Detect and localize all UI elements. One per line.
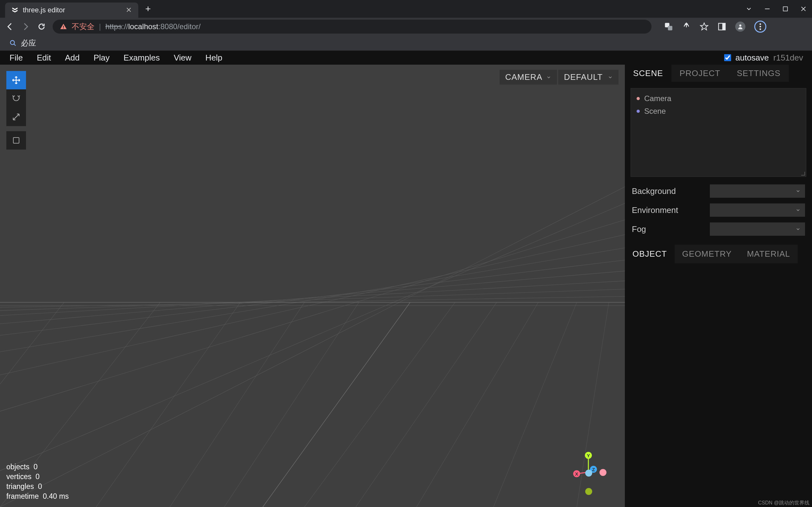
chevron-down-icon: [608, 75, 613, 80]
back-button[interactable]: [5, 22, 14, 32]
svg-rect-6: [722, 23, 725, 30]
transform-tools: [6, 71, 26, 150]
prop-row-fog: Fog: [632, 222, 805, 236]
svg-point-9: [760, 26, 761, 27]
subtab-geometry[interactable]: GEOMETRY: [675, 245, 740, 263]
version-label: r151dev: [773, 53, 803, 63]
axis-center[interactable]: [585, 469, 592, 476]
menu-examples[interactable]: Examples: [117, 53, 167, 63]
svg-point-7: [740, 24, 742, 26]
watermark: CSDN @跳动的世界线: [758, 500, 809, 506]
search-icon: [9, 40, 16, 47]
bookmarks-bar: 必应: [0, 36, 812, 51]
axis-x[interactable]: X: [573, 470, 580, 477]
menu-add[interactable]: Add: [58, 53, 87, 63]
browser-tab-bar: three.js editor +: [0, 0, 812, 18]
maximize-button[interactable]: [782, 6, 789, 12]
rotate-tool[interactable]: [6, 89, 26, 108]
local-space-toggle[interactable]: [6, 131, 26, 150]
chevron-down-icon: [796, 227, 801, 232]
svg-rect-0: [783, 7, 787, 11]
warning-icon: [60, 23, 67, 31]
bookmark-star-icon[interactable]: [700, 22, 709, 31]
reload-button[interactable]: [37, 22, 46, 32]
menu-view[interactable]: View: [167, 53, 199, 63]
tab-title: three.js editor: [23, 6, 122, 14]
dot-icon: [637, 110, 640, 113]
chevron-down-icon[interactable]: [745, 5, 752, 12]
translate-icon[interactable]: [664, 22, 673, 31]
dot-icon: [637, 97, 640, 100]
url-divider: |: [99, 22, 101, 31]
properties-sidebar: SCENE PROJECT SETTINGS Camera Scene Back…: [625, 65, 812, 507]
tab-settings[interactable]: SETTINGS: [728, 65, 789, 82]
chevron-down-icon: [546, 75, 551, 80]
axis-neg-y[interactable]: [585, 488, 592, 495]
translate-tool[interactable]: [6, 71, 26, 89]
new-tab-button[interactable]: +: [145, 3, 151, 14]
background-select[interactable]: [710, 184, 805, 198]
bookmark-item[interactable]: 必应: [21, 38, 36, 48]
minimize-button[interactable]: [764, 5, 771, 12]
axis-y[interactable]: Y: [585, 452, 592, 459]
menu-help[interactable]: Help: [199, 53, 229, 63]
svg-point-10: [760, 29, 761, 30]
prop-row-background: Background: [632, 184, 805, 198]
autosave-checkbox[interactable]: [724, 54, 731, 61]
viewport-stats: objects 0 vertices 0 triangles 0 frameti…: [6, 462, 69, 501]
camera-select[interactable]: CAMERA: [500, 70, 557, 84]
svg-rect-4: [668, 26, 672, 31]
svg-rect-2: [63, 28, 64, 29]
url-bar[interactable]: 不安全 | https://localhost:8080/editor/: [53, 20, 652, 34]
share-icon[interactable]: [682, 22, 691, 31]
tab-project[interactable]: PROJECT: [671, 65, 728, 82]
subtab-material[interactable]: MATERIAL: [740, 245, 798, 263]
menu-play[interactable]: Play: [87, 53, 117, 63]
viewport-grid: [0, 65, 625, 507]
close-icon[interactable]: [126, 7, 132, 13]
chevron-down-icon: [796, 208, 801, 213]
browser-tab[interactable]: three.js editor: [5, 3, 138, 18]
tab-favicon-icon: [11, 7, 18, 14]
security-warning: 不安全: [72, 21, 95, 32]
browser-menu-button[interactable]: [754, 20, 766, 33]
svg-rect-1: [63, 26, 64, 27]
editor-menubar: File Edit Add Play Examples View Help au…: [0, 51, 812, 65]
outliner-item-camera[interactable]: Camera: [637, 92, 800, 105]
viewport[interactable]: CAMERA DEFAULT objects 0 vertices 0 tria…: [0, 65, 625, 507]
axis-gizmo[interactable]: Y X Z: [568, 450, 609, 494]
profile-button[interactable]: [735, 21, 745, 32]
fog-select[interactable]: [710, 222, 805, 236]
environment-select[interactable]: [710, 204, 805, 217]
svg-point-11: [10, 40, 14, 44]
forward-button[interactable]: [21, 22, 31, 32]
menu-edit[interactable]: Edit: [30, 53, 58, 63]
autosave-label: autosave: [735, 53, 769, 63]
sidepanel-icon[interactable]: [717, 22, 726, 31]
menu-file[interactable]: File: [3, 53, 30, 63]
close-window-button[interactable]: [800, 5, 807, 12]
svg-point-8: [760, 23, 761, 25]
axis-neg-x[interactable]: [600, 469, 606, 476]
url-text: https://localhost:8080/editor/: [105, 22, 200, 31]
window-controls: [745, 5, 807, 12]
outliner-item-scene[interactable]: Scene: [637, 105, 800, 118]
scale-tool[interactable]: [6, 108, 26, 126]
chevron-down-icon: [796, 188, 801, 193]
resize-handle[interactable]: [801, 171, 805, 176]
browser-toolbar: 不安全 | https://localhost:8080/editor/: [0, 18, 812, 36]
svg-rect-12: [0, 65, 625, 507]
prop-row-environment: Environment: [632, 204, 805, 217]
subtab-object[interactable]: OBJECT: [625, 245, 675, 263]
outliner[interactable]: Camera Scene: [630, 88, 806, 177]
shading-select[interactable]: DEFAULT: [558, 70, 618, 84]
tab-scene[interactable]: SCENE: [625, 65, 671, 82]
